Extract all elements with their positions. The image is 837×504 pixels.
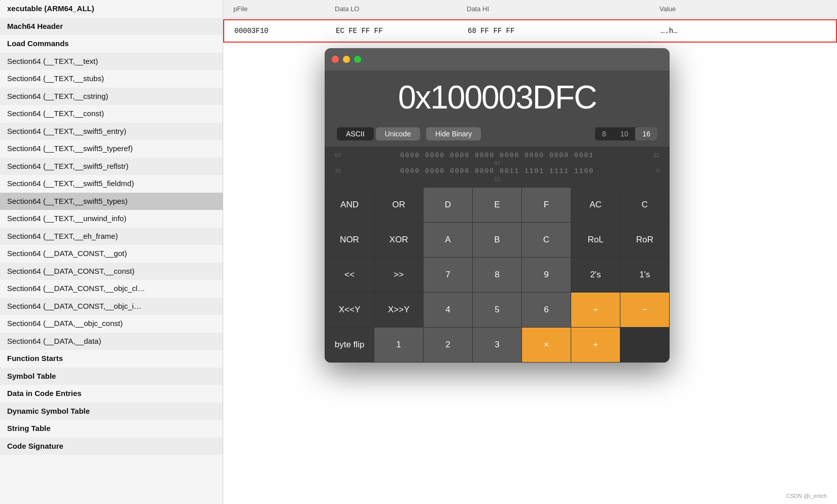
binary-label-0: 0: [644, 168, 659, 174]
sidebar-item-0[interactable]: xecutable (ARM64_ALL): [0, 0, 223, 18]
sidebar: xecutable (ARM64_ALL)Mach64 HeaderLoad C…: [0, 0, 223, 504]
calc-btn-XOR[interactable]: XOR: [374, 223, 423, 257]
calc-btn-C[interactable]: C: [620, 188, 669, 222]
row-value: ….h…: [660, 27, 836, 35]
calc-btn-E[interactable]: E: [473, 188, 521, 222]
unicode-button[interactable]: Unicode: [376, 127, 420, 140]
calc-btn-A[interactable]: A: [424, 223, 472, 257]
calc-btn-1-s[interactable]: 1's: [620, 258, 669, 292]
binary-row-2: 31 0000 0000 0000 0000 0011 1101 1111 11…: [335, 167, 659, 175]
close-button[interactable]: [332, 56, 339, 63]
mode-group-left: ASCII Unicode Hide Binary: [337, 127, 481, 140]
watermark: CSDN @i_erlich: [786, 493, 827, 499]
calc-display: 0x100003DFC: [325, 70, 670, 124]
sidebar-item-11[interactable]: Section64 (__TEXT,__swift5_types): [0, 193, 223, 210]
table-header: pFile Data LO Data HI Value: [223, 0, 837, 18]
calc-btn-NOR[interactable]: NOR: [325, 223, 374, 257]
sidebar-item-15[interactable]: Section64 (__DATA_CONST,__const): [0, 263, 223, 280]
sidebar-item-2[interactable]: Load Commands: [0, 35, 223, 53]
sidebar-item-21[interactable]: Symbol Table: [0, 368, 223, 385]
sidebar-item-16[interactable]: Section64 (__DATA_CONST,__objc_cl…: [0, 280, 223, 298]
sidebar-item-20[interactable]: Function Starts: [0, 350, 223, 368]
binary-label-63: 63: [335, 152, 350, 158]
sidebar-item-24[interactable]: String Table: [0, 420, 223, 438]
calculator-window: 0x100003DFC ASCII Unicode Hide Binary 8 …: [325, 48, 670, 363]
sidebar-item-13[interactable]: Section64 (__TEXT,__eh_frame): [0, 228, 223, 245]
col-header-value: Value: [659, 5, 837, 13]
calc-btn-AC[interactable]: AC: [571, 188, 620, 222]
sidebar-item-3[interactable]: Section64 (__TEXT,__text): [0, 53, 223, 70]
calc-btn-3[interactable]: 3: [473, 328, 521, 362]
ascii-button[interactable]: ASCII: [337, 127, 374, 140]
sidebar-item-14[interactable]: Section64 (__DATA_CONST,__got): [0, 245, 223, 263]
binary-bits-2: 0000 0000 0000 0000 0011 1101 1111 1100: [350, 167, 644, 175]
calc-btn-9[interactable]: 9: [522, 258, 571, 292]
col-header-pfile: pFile: [223, 5, 335, 13]
binary-row-1: 63 0000 0000 0000 0000 0000 0000 0000 00…: [335, 152, 659, 159]
calc-btn-8[interactable]: 8: [473, 258, 521, 292]
hide-binary-button[interactable]: Hide Binary: [426, 127, 481, 140]
sidebar-item-18[interactable]: Section64 (__DATA,__objc_const): [0, 315, 223, 333]
calc-btn-byte-flip[interactable]: byte flip: [325, 328, 374, 362]
sidebar-item-6[interactable]: Section64 (__TEXT,__const): [0, 105, 223, 123]
row-data-hi: 68 FF FF FF: [468, 27, 660, 35]
calc-btn-2-s[interactable]: 2's: [571, 258, 620, 292]
binary-bits-1: 0000 0000 0000 0000 0000 0000 0000 0001: [350, 152, 644, 159]
calc-btn-X--Y[interactable]: X<<Y: [325, 293, 374, 327]
sidebar-item-12[interactable]: Section64 (__TEXT,__unwind_info): [0, 210, 223, 228]
table-row-highlighted[interactable]: 00003F10 EC FE FF FF 68 FF FF FF ….h…: [223, 19, 837, 43]
calc-btn---[interactable]: <<: [325, 258, 374, 292]
calc-btn-F[interactable]: F: [522, 188, 571, 222]
calc-btn--[interactable]: +: [571, 328, 620, 362]
calc-btn-4[interactable]: 4: [424, 293, 472, 327]
base8-button[interactable]: 8: [595, 127, 613, 140]
calc-btn-1[interactable]: 1: [374, 328, 423, 362]
calc-btn--[interactable]: ÷: [571, 293, 620, 327]
calc-value: 0x100003DFC: [337, 79, 657, 116]
col-header-data-hi: Data HI: [467, 5, 659, 13]
sidebar-item-10[interactable]: Section64 (__TEXT,__swift5_fieldmd): [0, 175, 223, 193]
base-selector: 8 10 16: [595, 127, 657, 140]
sidebar-item-1[interactable]: Mach64 Header: [0, 18, 223, 35]
sidebar-item-5[interactable]: Section64 (__TEXT,__cstring): [0, 88, 223, 105]
sidebar-item-19[interactable]: Section64 (__DATA,__data): [0, 333, 223, 350]
sidebar-item-23[interactable]: Dynamic Symbol Table: [0, 403, 223, 420]
row-pfile: 00003F10: [224, 27, 336, 35]
calc-btn-7[interactable]: 7: [424, 258, 472, 292]
sidebar-item-9[interactable]: Section64 (__TEXT,__swift5_reflstr): [0, 158, 223, 175]
binary-label-31: 31: [335, 168, 350, 174]
calc-btn-X--Y[interactable]: X>>Y: [374, 293, 423, 327]
base16-button[interactable]: 16: [635, 127, 657, 140]
sidebar-item-8[interactable]: Section64 (__TEXT,__swift5_typeref): [0, 140, 223, 158]
traffic-lights: [332, 56, 361, 63]
calc-btn-C[interactable]: C: [522, 223, 571, 257]
calc-btn--[interactable]: −: [620, 293, 669, 327]
sidebar-item-7[interactable]: Section64 (__TEXT,__swift5_entry): [0, 123, 223, 140]
binary-label-32: 32: [644, 152, 659, 158]
calc-btn-RoR[interactable]: RoR: [620, 223, 669, 257]
calc-btn-D[interactable]: D: [424, 188, 472, 222]
calc-btn-OR[interactable]: OR: [374, 188, 423, 222]
sidebar-item-25[interactable]: Code Signature: [0, 438, 223, 455]
calc-btn-B[interactable]: B: [473, 223, 521, 257]
calc-btn-6[interactable]: 6: [522, 293, 571, 327]
sidebar-item-22[interactable]: Data in Code Entries: [0, 385, 223, 403]
main-panel: pFile Data LO Data HI Value 00003F10 EC …: [223, 0, 837, 504]
calc-btn-5[interactable]: 5: [473, 293, 521, 327]
minimize-button[interactable]: [343, 56, 350, 63]
sidebar-item-17[interactable]: Section64 (__DATA_CONST,__objc_i…: [0, 298, 223, 315]
calc-modes: ASCII Unicode Hide Binary 8 10 16: [325, 124, 670, 147]
row-data-lo: EC FE FF FF: [336, 27, 468, 35]
calc-btn-RoL[interactable]: RoL: [571, 223, 620, 257]
maximize-button[interactable]: [354, 56, 361, 63]
calc-btn-AND[interactable]: AND: [325, 188, 374, 222]
binary-display: 63 0000 0000 0000 0000 0000 0000 0000 00…: [325, 147, 670, 187]
calc-btn---[interactable]: >>: [374, 258, 423, 292]
calc-btn--[interactable]: ×: [522, 328, 571, 362]
sidebar-item-4[interactable]: Section64 (__TEXT,__stubs): [0, 70, 223, 88]
calc-btn-2[interactable]: 2: [424, 328, 472, 362]
binary-mid-47: 47: [494, 160, 500, 166]
binary-mid-15: 15: [494, 176, 500, 182]
base10-button[interactable]: 10: [613, 127, 636, 140]
col-header-data-lo: Data LO: [335, 5, 467, 13]
